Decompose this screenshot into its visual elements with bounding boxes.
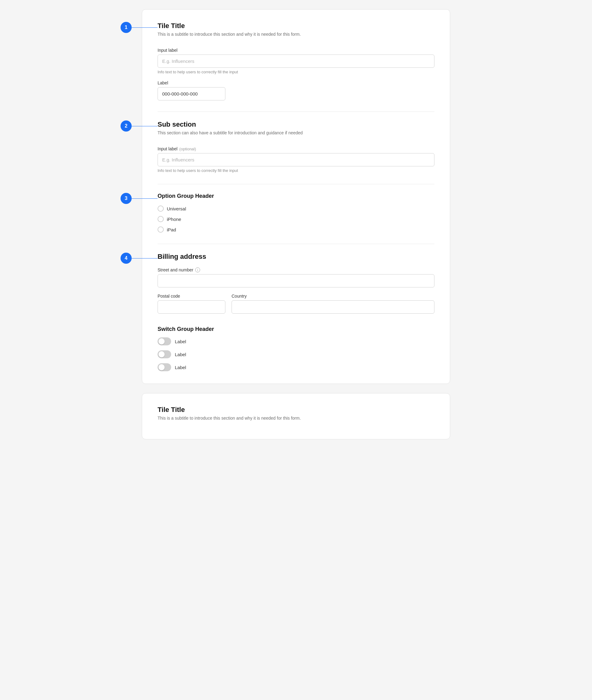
section-2: 2 Sub section This section can also have…	[157, 120, 435, 173]
field-hint-1: Info text to help users to correctly fil…	[157, 70, 435, 74]
section-1: 1 Tile Title This is a subtitle to intro…	[157, 22, 435, 100]
section-1-subtitle: This is a subtitle to introduce this sec…	[157, 32, 301, 37]
section-4: 4 Billing address Street and number i Po…	[157, 253, 435, 371]
section-3: 3 Option Group Header Universal iPhone i…	[157, 193, 435, 233]
field-label-text: Input label	[157, 48, 178, 53]
switch-group-header: Switch Group Header	[157, 326, 435, 332]
field-hint-2: Info text to help users to correctly fil…	[157, 168, 435, 173]
option-group-header: Option Group Header	[157, 193, 214, 199]
divider-2	[157, 184, 435, 184]
radio-item-universal[interactable]: Universal	[157, 206, 435, 212]
switch-item-2[interactable]: Label	[157, 350, 435, 358]
billing-section: Switch Group Header Label Label	[157, 326, 435, 371]
step-badge-2: 2	[120, 120, 132, 131]
switch-item-3[interactable]: Label	[157, 363, 435, 371]
section-2-title: Sub section	[157, 120, 303, 128]
page-wrapper: 1 Tile Title This is a subtitle to intro…	[142, 9, 450, 439]
input-country[interactable]	[232, 301, 435, 314]
input-field-1[interactable]	[157, 55, 435, 68]
radio-item-iphone[interactable]: iPhone	[157, 216, 435, 222]
input-postal[interactable]	[157, 301, 226, 314]
radio-circle-ipad	[157, 226, 164, 233]
field-label-optional-text: Input label	[157, 146, 178, 151]
section-1-header: 1 Tile Title This is a subtitle to intro…	[157, 22, 435, 43]
field-label-country: Country	[232, 293, 435, 299]
radio-circle-iphone	[157, 216, 164, 222]
radio-circle-universal	[157, 206, 164, 212]
field-label-2: Label	[157, 80, 435, 85]
radio-group: Universal iPhone iPad	[157, 206, 435, 233]
card-1: 1 Tile Title This is a subtitle to intro…	[142, 9, 450, 384]
info-icon[interactable]: i	[195, 267, 200, 272]
section-4-title: Billing address	[157, 253, 206, 261]
field-label-country-text: Country	[232, 293, 247, 299]
input-field-2[interactable]	[157, 87, 226, 100]
card-2-subtitle: This is a subtitle to introduce this sec…	[157, 416, 435, 421]
card-2-title: Tile Title	[157, 406, 435, 414]
divider-3	[157, 244, 435, 244]
field-label-2-text: Label	[157, 80, 168, 85]
field-label-postal: Postal code	[157, 293, 226, 299]
toggle-switch-1[interactable]	[157, 337, 171, 345]
field-group-input-label: Input label Info text to help users to c…	[157, 48, 435, 74]
step-line-1	[132, 28, 157, 28]
step-badge-4: 4	[120, 253, 132, 264]
section-2-subtitle: This section can also have a subtitle fo…	[157, 130, 303, 135]
field-group-country: Country	[232, 293, 435, 314]
field-optional-tag: (optional)	[180, 147, 196, 151]
step-line-4	[132, 258, 157, 259]
radio-label-universal: Universal	[167, 206, 186, 211]
field-group-optional: Input label (optional) Info text to help…	[157, 146, 435, 173]
radio-label-iphone: iPhone	[167, 217, 181, 222]
switch-item-1[interactable]: Label	[157, 337, 435, 345]
switch-label-2: Label	[175, 352, 186, 357]
toggle-switch-2[interactable]	[157, 350, 171, 358]
field-label-street: Street and number i	[157, 267, 435, 272]
switch-group: Label Label Label	[157, 337, 435, 371]
toggle-knob-2	[158, 351, 165, 358]
toggle-knob-1	[158, 338, 165, 344]
radio-item-ipad[interactable]: iPad	[157, 226, 435, 233]
step-badge-1: 1	[120, 22, 132, 33]
two-col-postal-country: Postal code Country	[157, 293, 435, 320]
switch-label-3: Label	[175, 365, 186, 370]
input-street[interactable]	[157, 274, 435, 287]
field-label-input: Input label	[157, 48, 435, 53]
field-label-optional: Input label (optional)	[157, 146, 435, 151]
field-group-label: Label	[157, 80, 435, 100]
radio-label-ipad: iPad	[167, 227, 176, 232]
input-field-3[interactable]	[157, 153, 435, 166]
field-label-postal-text: Postal code	[157, 293, 180, 299]
section-4-header: 4 Billing address	[157, 253, 435, 263]
switch-label-1: Label	[175, 339, 186, 344]
field-group-postal: Postal code	[157, 293, 226, 314]
toggle-knob-3	[158, 364, 165, 370]
section-3-header: 3 Option Group Header	[157, 193, 435, 201]
field-label-street-text: Street and number	[157, 267, 193, 272]
step-line-2	[132, 126, 157, 126]
section-2-header: 2 Sub section This section can also have…	[157, 120, 435, 142]
toggle-switch-3[interactable]	[157, 363, 171, 371]
field-group-street: Street and number i	[157, 267, 435, 287]
section-1-title: Tile Title	[157, 22, 301, 30]
step-badge-3: 3	[120, 193, 132, 204]
card-2: Tile Title This is a subtitle to introdu…	[142, 393, 450, 439]
